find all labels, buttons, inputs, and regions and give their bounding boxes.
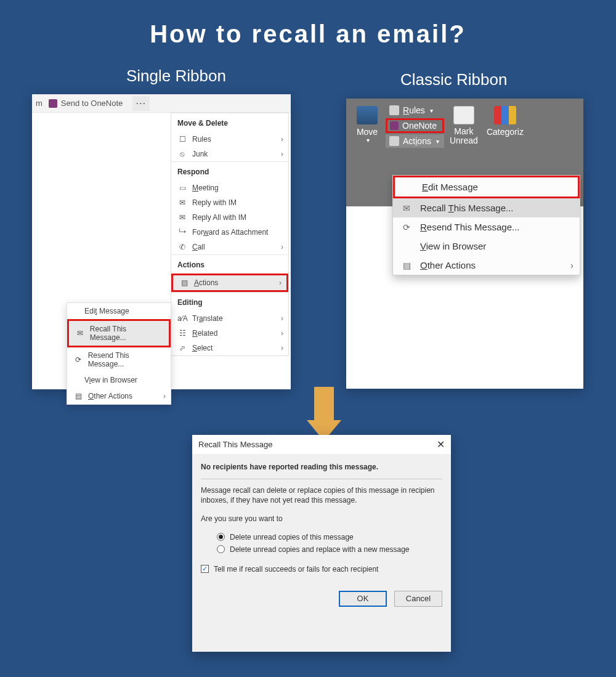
actions-icon [389,136,399,146]
other-actions-icon: ▤ [73,392,83,400]
ribbon-actions-label: Actions [403,136,431,146]
chevron-right-icon: › [281,344,283,352]
rules-icon [389,105,399,115]
resend-icon: ⟳ [73,355,83,364]
checkbox-icon: ✓ [201,565,209,573]
classic-ribbon-panel: Move ▾ Rules▾ OneNote Actions▾ MarkUnrea… [346,99,583,389]
ribbon-onenote-label: OneNote [402,121,437,131]
chevron-right-icon: › [281,243,283,251]
ribbon-onenote[interactable]: OneNote [386,118,444,133]
radio-replace-copies[interactable]: Delete unread copies and replace with a … [217,545,442,554]
chevron-right-icon: › [281,314,283,323]
single-ribbon-panel: m Send to OneNote ··· Move & Delete ☐ Ru… [32,94,291,389]
classic-menu-edit-message[interactable]: Edit Message [393,176,580,198]
classic-menu-recall[interactable]: ✉ Recall This Message... [393,198,580,217]
close-button[interactable]: ✕ [437,439,445,450]
forward-attachment-icon: ⮡ [177,228,187,237]
ribbon-actions[interactable]: Actions▾ [386,134,444,148]
menu-actions[interactable]: ▤ Actions › [171,274,288,292]
send-to-onenote-label: Send to OneNote [61,99,123,108]
menu-meeting-label: Meeting [192,184,219,192]
radio-delete-copies-label: Delete unread copies of this message [230,533,354,541]
menu-select[interactable]: ⬀ Select › [171,341,288,355]
menu-junk[interactable]: ⦸ Junk › [171,147,288,161]
dialog-title: Recall This Message [198,440,272,449]
dropdown-caret-icon: ▾ [430,107,433,114]
related-icon: ☷ [177,329,187,338]
classic-menu-recall-label: Recall This Message... [420,203,513,213]
group-respond-header: Respond [171,162,288,180]
actions-icon: ▤ [179,278,189,287]
menu-call[interactable]: ✆ Call › [171,240,288,254]
menu-rules[interactable]: ☐ Rules › [171,132,288,147]
overflow-dropdown: Move & Delete ☐ Rules › ⦸ Junk › Respond… [171,113,289,356]
submenu-edit-message[interactable]: Edit Message [67,303,171,319]
ok-button[interactable]: OK [339,591,387,607]
group-move-delete-header: Move & Delete [171,113,288,132]
dialog-button-row: OK Cancel [201,591,442,607]
menu-related[interactable]: ☷ Related › [171,326,288,341]
classic-menu-view-browser[interactable]: View in Browser [393,237,580,256]
dialog-titlebar: Recall This Message ✕ [192,435,451,454]
menu-call-label: Call [192,243,205,251]
submenu-resend-message[interactable]: ⟳ Resend This Message... [67,347,171,372]
submenu-view-browser-label: View in Browser [73,376,137,384]
submenu-view-browser[interactable]: View in Browser [67,372,171,388]
classic-actions-menu: Edit Message ✉ Recall This Message... ⟳ … [392,175,580,275]
overflow-button[interactable]: ··· [132,96,150,111]
rules-icon: ☐ [177,135,187,144]
translate-icon: a⁄A [177,314,187,323]
onenote-icon [390,121,399,130]
dropdown-caret-icon: ▾ [436,138,439,145]
menu-junk-label: Junk [192,150,208,158]
subtitle-single-ribbon: Single Ribbon [126,67,226,86]
page-title: How to recall an email? [0,20,616,48]
chevron-right-icon: › [281,150,283,158]
reply-all-im-icon: ✉ [177,213,187,222]
ribbon-rules[interactable]: Rules▾ [386,103,444,117]
reply-im-icon: ✉ [177,198,187,207]
submenu-recall-message-label: Recall This Message... [90,325,164,342]
ribbon-move[interactable]: Move ▾ [350,105,384,206]
classic-menu-resend-label: Resend This Message... [420,222,519,232]
call-icon: ✆ [177,243,187,251]
radio-delete-copies[interactable]: Delete unread copies of this message [217,533,442,541]
menu-translate[interactable]: a⁄A Translate › [171,311,288,326]
chevron-right-icon: › [570,260,573,270]
categorize-icon [494,106,516,124]
checkbox-tell-me-label: Tell me if recall succeeds or fails for … [214,565,378,574]
dropdown-caret-icon: ▾ [367,137,370,144]
ok-button-label: OK [357,594,369,603]
menu-forward-attachment[interactable]: ⮡ Forward as Attachment [171,225,288,240]
menu-meeting[interactable]: ▭ Meeting [171,180,288,195]
chevron-right-icon: › [163,392,166,400]
menu-related-label: Related [192,329,217,338]
radio-icon [217,545,225,553]
classic-ribbon-toolbar: Move ▾ Rules▾ OneNote Actions▾ MarkUnrea… [346,99,583,206]
resend-icon: ⟳ [400,222,413,232]
recall-dialog: Recall This Message ✕ No recipients have… [192,435,451,652]
send-to-onenote-button[interactable]: Send to OneNote [49,99,123,108]
cancel-button[interactable]: Cancel [394,591,442,607]
meeting-icon: ▭ [177,184,187,192]
menu-reply-im-label: Reply with IM [192,198,237,207]
submenu-other-actions[interactable]: ▤ Other Actions › [67,388,171,404]
submenu-resend-message-label: Resend This Message... [88,351,166,368]
checkbox-tell-me[interactable]: ✓ Tell me if recall succeeds or fails fo… [201,565,442,574]
submenu-recall-message[interactable]: ✉ Recall This Message... [67,319,171,347]
single-topbar: m Send to OneNote ··· [32,94,291,113]
menu-forward-attachment-label: Forward as Attachment [192,228,268,237]
chevron-right-icon: › [281,135,283,144]
classic-menu-other-actions[interactable]: ▤ Other Actions › [393,256,580,275]
classic-menu-resend[interactable]: ⟳ Resend This Message... [393,217,580,237]
menu-reply-all-im-label: Reply All with IM [192,213,246,222]
mark-unread-icon [453,106,474,124]
ribbon-categorize-label: Categoriz [487,127,524,137]
menu-reply-all-im[interactable]: ✉ Reply All with IM [171,210,288,225]
dialog-status: No recipients have reported reading this… [201,463,442,471]
classic-menu-view-browser-label: View in Browser [420,241,486,251]
onenote-icon [49,99,57,108]
submenu-edit-message-label: Edit Message [73,307,129,315]
menu-reply-im[interactable]: ✉ Reply with IM [171,195,288,210]
move-icon [357,106,378,124]
